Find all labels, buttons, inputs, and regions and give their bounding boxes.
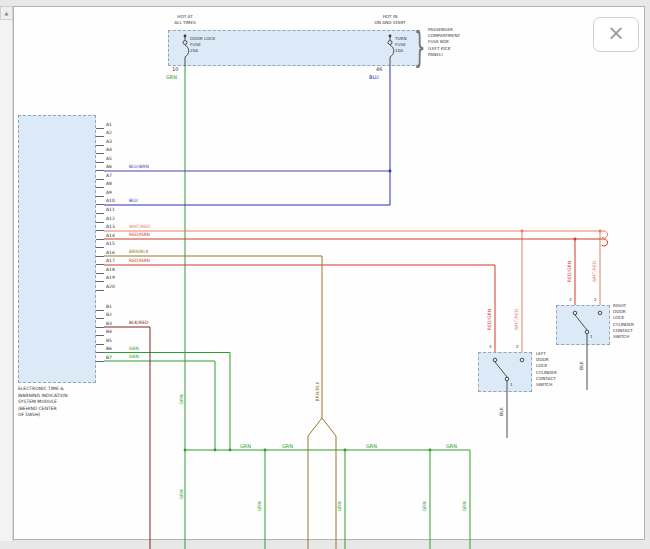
pin-id-label: A18 bbox=[106, 267, 115, 272]
fuse-box-bracket: } bbox=[414, 26, 425, 68]
pin-wire-color-label: BLK/RED bbox=[129, 320, 149, 325]
pin-wire-color-label: GRN bbox=[129, 346, 139, 351]
pin-wire-color-label: RED/GRN bbox=[129, 258, 150, 263]
pin-id-label: A9 bbox=[106, 190, 112, 195]
pin-id-label: A3 bbox=[106, 139, 112, 144]
vertical-scrollbar[interactable]: ▲ bbox=[0, 6, 13, 541]
text-line: PANEL) bbox=[428, 52, 460, 58]
pin-tick bbox=[96, 344, 104, 345]
bus-grn-label-2: GRN bbox=[282, 443, 293, 449]
fuse-left-wire-label: GRN bbox=[166, 74, 177, 80]
turn-fuse-label: TURNFUSE10A bbox=[395, 36, 407, 55]
bus-grn-label-4: GRN bbox=[446, 443, 457, 449]
pin-tick bbox=[96, 196, 104, 197]
pin-wire-color-label: RED/GRN bbox=[129, 232, 150, 237]
drop-grn-label-4: GRN bbox=[461, 477, 468, 537]
pin-tick bbox=[96, 281, 104, 282]
pin-tick bbox=[96, 273, 104, 274]
pin-tick bbox=[96, 213, 104, 214]
pin-id-label: B7 bbox=[106, 355, 112, 360]
window-edge-bottom bbox=[0, 541, 650, 549]
pin-id-label: A14 bbox=[106, 233, 115, 238]
fuse-left-pin-number: 10 bbox=[172, 66, 178, 72]
pin-wire-color-label: GRN bbox=[129, 354, 139, 359]
pin-tick bbox=[96, 361, 104, 362]
hot-in-on-start-label: HOT INON AND START bbox=[366, 14, 414, 26]
diagram-canvas bbox=[13, 6, 645, 540]
text-line: OF DASH) bbox=[18, 412, 68, 419]
left-switch-redgrn-label: RED/GRN bbox=[486, 290, 493, 350]
pin-tick bbox=[96, 179, 104, 180]
pin-id-label: A13 bbox=[106, 224, 115, 229]
text-line: CYLINDER bbox=[536, 370, 557, 376]
drop-grn-label-1: GRN bbox=[256, 477, 263, 537]
pin-id-label: A10 bbox=[106, 198, 115, 203]
text-line: CYLINDER bbox=[613, 322, 634, 328]
right-switch-whtred-label: WHT/RED bbox=[591, 242, 598, 302]
text-line: ALL TIMES bbox=[163, 20, 207, 26]
pin-id-label: A1 bbox=[106, 122, 112, 127]
pin-tick bbox=[96, 290, 104, 291]
pin-id-label: A15 bbox=[106, 241, 115, 246]
left-door-switch-outline bbox=[478, 352, 532, 392]
pin-tick bbox=[96, 145, 104, 146]
pin-id-label: A19 bbox=[106, 275, 115, 280]
pin-wire-color-label: BLU/BRN bbox=[129, 164, 149, 169]
pin-id-label: B5 bbox=[106, 338, 112, 343]
viewer-window: ▲ bbox=[0, 0, 650, 549]
pin-wire-color-label: WHT/RED bbox=[129, 224, 151, 229]
grn-wire-label-bottom: GRN bbox=[178, 465, 185, 525]
pin-id-label: B4 bbox=[106, 329, 112, 334]
brnblk-wire-label: BRN/BLK bbox=[314, 362, 321, 422]
pin-id-label: B2 bbox=[106, 312, 112, 317]
module-name-label: ELECTRONIC TIME &WARNING INDICATIONSYSTE… bbox=[18, 386, 68, 419]
pin-tick bbox=[96, 204, 104, 205]
pin-tick bbox=[96, 153, 104, 154]
pin-id-label: A5 bbox=[106, 156, 112, 161]
fuse-box-location-label: PASSENGERCOMPARTMENTFUSE BOX(LEFT KICKPA… bbox=[428, 27, 460, 58]
fuse-right-pin-number: 46 bbox=[376, 66, 382, 72]
right-switch-blk-label: BLK bbox=[578, 336, 585, 396]
pin-tick bbox=[96, 247, 104, 248]
pin-tick bbox=[96, 327, 104, 328]
pin-id-label: A6 bbox=[106, 164, 112, 169]
pin-tick bbox=[96, 187, 104, 188]
pin-tick bbox=[96, 239, 104, 240]
pin-id-label: A4 bbox=[106, 147, 112, 152]
pin-id-label: A7 bbox=[106, 173, 112, 178]
text-line: ELECTRONIC TIME & bbox=[18, 386, 68, 393]
right-switch-name-label: RIGHTDOORLOCKCYLINDERCONTACTSWITCH bbox=[613, 303, 634, 340]
pin-id-label: A12 bbox=[106, 216, 115, 221]
close-button[interactable]: × bbox=[593, 17, 639, 52]
bus-grn-label-3: GRN bbox=[366, 443, 377, 449]
bus-grn-label-1: GRN bbox=[240, 443, 251, 449]
pin-id-label: B1 bbox=[106, 304, 112, 309]
pin-wire-color-label: BRN/BLK bbox=[129, 249, 149, 254]
pin-id-label: A11 bbox=[106, 207, 115, 212]
text-line: ON AND START bbox=[366, 20, 414, 26]
pin-id-label: A20 bbox=[106, 284, 115, 289]
pin-tick bbox=[96, 256, 104, 257]
pin-tick bbox=[96, 318, 104, 319]
pin-tick bbox=[96, 128, 104, 129]
left-switch-pin-1: 1 bbox=[510, 382, 513, 388]
text-line: SWITCH bbox=[613, 334, 634, 340]
drop-grn-label-3: GRN bbox=[421, 477, 428, 537]
scroll-up-button[interactable]: ▲ bbox=[0, 6, 13, 20]
pin-id-label: A16 bbox=[106, 250, 115, 255]
pin-id-label: A2 bbox=[106, 130, 112, 135]
grn-wire-label-mid: GRN bbox=[178, 370, 185, 430]
pin-tick bbox=[96, 335, 104, 336]
drop-grn-label-2: GRN bbox=[336, 477, 343, 537]
pin-tick bbox=[96, 222, 104, 223]
pin-id-label: B3 bbox=[106, 321, 112, 326]
pin-tick bbox=[96, 352, 104, 353]
pin-tick bbox=[96, 264, 104, 265]
pin-tick bbox=[96, 136, 104, 137]
text-line: SWITCH bbox=[536, 382, 557, 388]
left-switch-blk-label: BLK bbox=[498, 382, 505, 442]
fuse-right-wire-label: BLU bbox=[369, 74, 379, 80]
door-lock-fuse-label: DOOR LOCKFUSE20A bbox=[190, 36, 215, 55]
left-switch-name-label: LEFTDOORLOCKCYLINDERCONTACTSWITCH bbox=[536, 351, 557, 388]
window-edge-right bbox=[645, 6, 650, 541]
